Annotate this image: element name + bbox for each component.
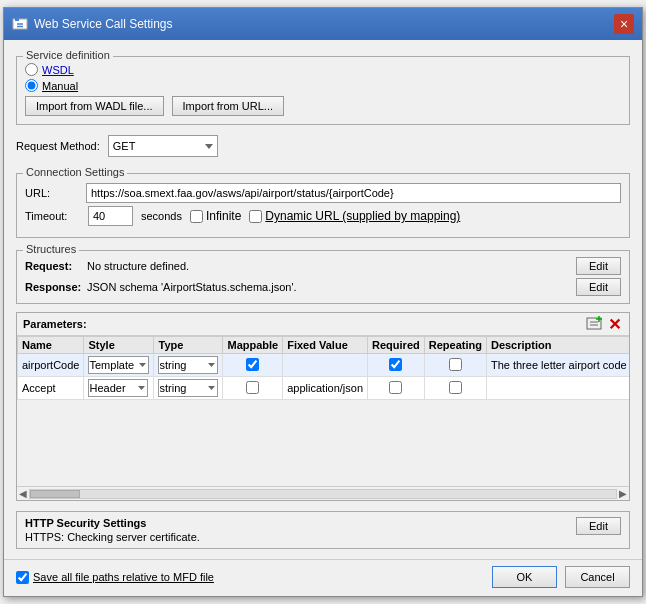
request-struct-label: Request:: [25, 260, 83, 272]
infinite-label: Infinite: [206, 209, 241, 223]
required-checkbox-2[interactable]: [389, 381, 402, 394]
http-security-title: HTTP Security Settings: [25, 517, 200, 529]
col-fixed-value: Fixed Value: [283, 337, 368, 354]
cell-mappable-2: [223, 377, 283, 400]
parameters-section: Parameters: ✕: [16, 312, 630, 501]
cell-repeating-2: [424, 377, 486, 400]
repeating-checkbox-2[interactable]: [449, 381, 462, 394]
style-dropdown-2[interactable]: Header: [88, 379, 148, 397]
table-row: Accept Header string: [18, 377, 630, 400]
structures-label: Structures: [23, 243, 79, 255]
dialog-content: Service definition WSDL Manual Import fr…: [4, 40, 642, 559]
type-dropdown-1[interactable]: string: [158, 356, 218, 374]
col-name: Name: [18, 337, 84, 354]
repeating-checkbox-1[interactable]: [449, 358, 462, 371]
scrollbar-track: ◀ ▶: [19, 488, 627, 499]
response-struct-left: Response: JSON schema 'AirportStatus.sch…: [25, 281, 576, 293]
dialog-icon: [12, 16, 28, 32]
request-method-label: Request Method:: [16, 140, 100, 152]
style-dropdown-1[interactable]: Template: [88, 356, 149, 374]
parameters-table-container[interactable]: Name Style Type Mappable Fixed Value Req…: [17, 336, 629, 486]
cell-repeating-1: [424, 354, 486, 377]
wsdl-radio-item: WSDL: [25, 63, 621, 76]
add-param-svg: [586, 316, 602, 332]
response-struct-row: Response: JSON schema 'AirportStatus.sch…: [25, 278, 621, 296]
parameters-header: Parameters: ✕: [17, 313, 629, 336]
edit-response-button[interactable]: Edit: [576, 278, 621, 296]
type-dropdown-2[interactable]: string: [158, 379, 218, 397]
manual-label: Manual: [42, 80, 78, 92]
add-param-icon[interactable]: [585, 315, 603, 333]
cell-required-1: [368, 354, 425, 377]
col-style: Style: [84, 337, 154, 354]
import-url-button[interactable]: Import from URL...: [172, 96, 284, 116]
table-row: airportCode Template string: [18, 354, 630, 377]
close-button[interactable]: ×: [614, 14, 634, 34]
http-security-header: HTTP Security Settings HTTPS: Checking s…: [25, 517, 621, 543]
timeout-input[interactable]: [88, 206, 133, 226]
save-paths-label: Save all file paths relative to MFD file: [33, 571, 214, 583]
svg-rect-1: [15, 17, 19, 21]
import-buttons: Import from WADL file... Import from URL…: [25, 96, 621, 116]
infinite-checkbox[interactable]: [190, 210, 203, 223]
infinite-checkbox-item: Infinite: [190, 209, 241, 223]
edit-http-security-button[interactable]: Edit: [576, 517, 621, 535]
cell-description-2: [486, 377, 629, 400]
required-checkbox-1[interactable]: [389, 358, 402, 371]
table-header-row: Name Style Type Mappable Fixed Value Req…: [18, 337, 630, 354]
wsdl-radio[interactable]: [25, 63, 38, 76]
horizontal-scrollbar[interactable]: ◀ ▶: [17, 486, 629, 500]
col-description: Description: [486, 337, 629, 354]
http-security-text-block: HTTP Security Settings HTTPS: Checking s…: [25, 517, 200, 543]
cancel-button[interactable]: Cancel: [565, 566, 630, 588]
cell-style-2: Header: [84, 377, 154, 400]
col-required: Required: [368, 337, 425, 354]
cell-description-1: The three letter airport code for w: [486, 354, 629, 377]
parameters-icons: ✕: [585, 315, 623, 333]
cell-type-1: string: [154, 354, 223, 377]
cell-fixed-value-1: [283, 354, 368, 377]
scrollbar-bar: [29, 489, 617, 499]
dialog-footer: Save all file paths relative to MFD file…: [4, 559, 642, 596]
title-bar-left: Web Service Call Settings: [12, 16, 173, 32]
seconds-label: seconds: [141, 210, 182, 222]
ok-button[interactable]: OK: [492, 566, 557, 588]
request-method-row: Request Method: GET: [16, 135, 630, 157]
import-wadl-button[interactable]: Import from WADL file...: [25, 96, 164, 116]
manual-radio[interactable]: [25, 79, 38, 92]
col-type: Type: [154, 337, 223, 354]
cell-type-2: string: [154, 377, 223, 400]
cell-required-2: [368, 377, 425, 400]
footer-left: Save all file paths relative to MFD file: [16, 571, 214, 584]
dynamic-url-checkbox[interactable]: [249, 210, 262, 223]
save-paths-checkbox[interactable]: [16, 571, 29, 584]
dialog-container: Web Service Call Settings × Service defi…: [3, 7, 643, 597]
url-input[interactable]: [86, 183, 621, 203]
request-method-dropdown[interactable]: GET: [108, 135, 218, 157]
dialog-title: Web Service Call Settings: [34, 17, 173, 31]
col-mappable: Mappable: [223, 337, 283, 354]
edit-request-button[interactable]: Edit: [576, 257, 621, 275]
request-struct-row: Request: No structure defined. Edit: [25, 257, 621, 275]
service-radio-group: WSDL Manual: [25, 63, 621, 92]
connection-settings-label: Connection Settings: [23, 166, 127, 178]
structures-group: Structures Request: No structure defined…: [16, 250, 630, 304]
scrollbar-thumb: [30, 490, 80, 498]
cell-fixed-value-2: application/json: [283, 377, 368, 400]
scroll-left-arrow[interactable]: ◀: [19, 488, 27, 499]
cell-name-1: airportCode: [18, 354, 84, 377]
timeout-label: Timeout:: [25, 210, 80, 222]
scroll-right-arrow[interactable]: ▶: [619, 488, 627, 499]
mappable-checkbox-2[interactable]: [246, 381, 259, 394]
parameters-table: Name Style Type Mappable Fixed Value Req…: [17, 336, 629, 400]
request-struct-text: No structure defined.: [87, 260, 189, 272]
mappable-checkbox-1[interactable]: [246, 358, 259, 371]
service-definition-label: Service definition: [23, 49, 113, 61]
dynamic-url-label: Dynamic URL (supplied by mapping): [265, 209, 460, 223]
cell-style-1: Template: [84, 354, 154, 377]
parameters-label: Parameters:: [23, 318, 87, 330]
http-security-text: HTTPS: Checking server certificate.: [25, 531, 200, 543]
manual-radio-item: Manual: [25, 79, 621, 92]
cell-mappable-1: [223, 354, 283, 377]
delete-param-icon[interactable]: ✕: [605, 315, 623, 333]
